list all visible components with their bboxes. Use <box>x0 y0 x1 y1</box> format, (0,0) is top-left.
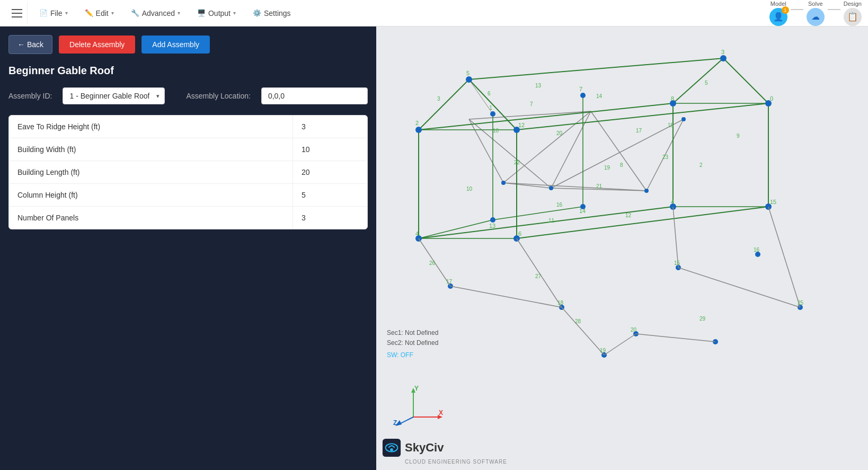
hamburger-menu[interactable] <box>6 3 28 24</box>
advanced-label: Advanced <box>142 9 175 17</box>
svg-point-38 <box>415 127 422 133</box>
table-row: Building Width (ft) 10 <box>9 138 367 161</box>
property-value: 20 <box>293 161 367 183</box>
property-value: 3 <box>293 207 367 229</box>
assembly-id-dropdown[interactable]: 1 - Beginner Gable Roof <box>63 87 165 104</box>
step-connector-2 <box>828 9 840 10</box>
sw-label: SW: OFF <box>387 351 413 359</box>
table-row: Building Length (ft) 20 <box>9 161 367 184</box>
skyciv-logo-area: SkyCiv Cloud Engineering Software <box>382 438 507 465</box>
output-label: Output <box>208 9 231 17</box>
workflow-solve-step: Solve ☁ <box>807 1 825 26</box>
design-step-circle[interactable]: 📋 <box>844 8 862 26</box>
main-content: ← Back Delete Assembly Add Assembly Begi… <box>0 26 868 470</box>
svg-point-54 <box>681 117 686 121</box>
logo-text: SkyCiv <box>405 441 444 455</box>
svg-text:18: 18 <box>493 128 499 134</box>
svg-text:17: 17 <box>636 128 642 134</box>
svg-text:13: 13 <box>489 223 495 229</box>
svg-text:7: 7 <box>530 101 533 107</box>
skyciv-logo-icon <box>382 438 402 458</box>
svg-text:5: 5 <box>705 80 708 86</box>
svg-text:3: 3 <box>437 96 440 102</box>
svg-text:13: 13 <box>535 83 542 88</box>
svg-text:15: 15 <box>770 199 776 205</box>
svg-text:6: 6 <box>518 230 521 237</box>
sec1-label: Sec1: Not Defined <box>387 328 438 338</box>
nav-settings[interactable]: ⚙️ Settings <box>245 6 298 21</box>
property-value: 10 <box>293 138 367 161</box>
logo-sub: Cloud Engineering Software <box>405 459 507 465</box>
workflow-design-step: Design 📋 <box>844 1 862 26</box>
nav-file[interactable]: 📄 File ▾ <box>32 6 75 21</box>
svg-text:10: 10 <box>466 186 473 192</box>
svg-text:9: 9 <box>737 133 740 139</box>
edit-arrow-icon: ▾ <box>111 10 114 16</box>
workflow-model-step: Model 👤 1 <box>769 1 787 26</box>
svg-point-37 <box>466 76 472 83</box>
svg-text:28: 28 <box>575 318 581 324</box>
svg-text:26: 26 <box>429 260 436 266</box>
edit-label: Edit <box>96 9 109 17</box>
svg-text:4: 4 <box>415 230 419 237</box>
solve-step-circle[interactable]: ☁ <box>807 8 825 26</box>
settings-label: Settings <box>264 9 291 17</box>
svg-text:15: 15 <box>668 122 674 128</box>
delete-assembly-button[interactable]: Delete Assembly <box>59 36 135 54</box>
svg-text:1: 1 <box>489 104 492 111</box>
svg-text:18: 18 <box>557 300 564 306</box>
svg-text:27: 27 <box>535 273 542 279</box>
output-arrow-icon: ▾ <box>233 10 236 16</box>
settings-icon: ⚙️ <box>253 9 261 17</box>
property-name: Building Width (ft) <box>9 138 293 161</box>
svg-point-49 <box>580 93 586 98</box>
viewport-svg: 5 2 12 4 6 3 8 0 4 15 1 13 7 14 3 6 13 1… <box>376 26 868 470</box>
svg-text:4: 4 <box>671 199 674 205</box>
axis-indicator: Y X Z <box>392 385 445 428</box>
viewport[interactable]: 5 2 12 4 6 3 8 0 4 15 1 13 7 14 3 6 13 1… <box>376 26 868 470</box>
svg-point-42 <box>720 55 727 61</box>
advanced-icon: 🔧 <box>131 9 139 17</box>
svg-text:22: 22 <box>514 159 520 165</box>
svg-text:14: 14 <box>596 93 603 99</box>
workflow-steps: Model 👤 1 Solve ☁ Design 📋 <box>769 1 862 26</box>
add-assembly-button[interactable]: Add Assembly <box>141 36 210 54</box>
svg-point-51 <box>549 186 553 190</box>
svg-text:12: 12 <box>625 212 632 218</box>
assembly-location-input[interactable] <box>261 87 368 104</box>
svg-text:5: 5 <box>466 70 470 76</box>
nav-output[interactable]: 🖥️ Output ▾ <box>190 6 243 21</box>
assembly-id-dropdown-wrapper: 1 - Beginner Gable Roof ▾ <box>63 87 165 104</box>
svg-text:20: 20 <box>631 327 637 333</box>
assembly-form-row: Assembly ID: 1 - Beginner Gable Roof ▾ A… <box>8 87 368 104</box>
svg-rect-1 <box>12 13 22 14</box>
svg-point-129 <box>390 448 393 451</box>
svg-point-47 <box>490 111 495 117</box>
svg-text:8: 8 <box>671 95 674 102</box>
nav-edit[interactable]: ✏️ Edit ▾ <box>77 6 121 21</box>
back-button[interactable]: ← Back <box>8 35 52 54</box>
left-panel: ← Back Delete Assembly Add Assembly Begi… <box>0 26 376 470</box>
solve-step-icon: ☁ <box>811 12 820 22</box>
panel-title: Beginner Gable Roof <box>8 65 368 77</box>
property-name: Number Of Panels <box>9 207 293 229</box>
table-row: Column Height (ft) 5 <box>9 184 367 207</box>
output-icon: 🖥️ <box>197 9 206 17</box>
svg-text:25: 25 <box>798 300 804 306</box>
svg-text:19: 19 <box>604 165 610 171</box>
svg-text:8: 8 <box>620 162 623 168</box>
table-row: Number Of Panels 3 <box>9 207 367 229</box>
svg-text:6: 6 <box>488 91 491 96</box>
model-step-circle[interactable]: 👤 1 <box>769 8 787 26</box>
model-step-icon: 👤 <box>773 12 784 22</box>
file-label: File <box>50 9 63 17</box>
sw-info: SW: OFF <box>387 351 413 359</box>
edit-icon: ✏️ <box>85 9 93 17</box>
svg-text:16: 16 <box>754 247 760 253</box>
nav-advanced[interactable]: 🔧 Advanced ▾ <box>123 6 188 21</box>
top-navigation: 📄 File ▾ ✏️ Edit ▾ 🔧 Advanced ▾ 🖥️ Outpu… <box>0 0 868 26</box>
svg-text:Z: Z <box>393 419 397 427</box>
advanced-arrow-icon: ▾ <box>178 10 180 16</box>
svg-text:7: 7 <box>579 86 582 92</box>
svg-text:29: 29 <box>699 316 706 322</box>
